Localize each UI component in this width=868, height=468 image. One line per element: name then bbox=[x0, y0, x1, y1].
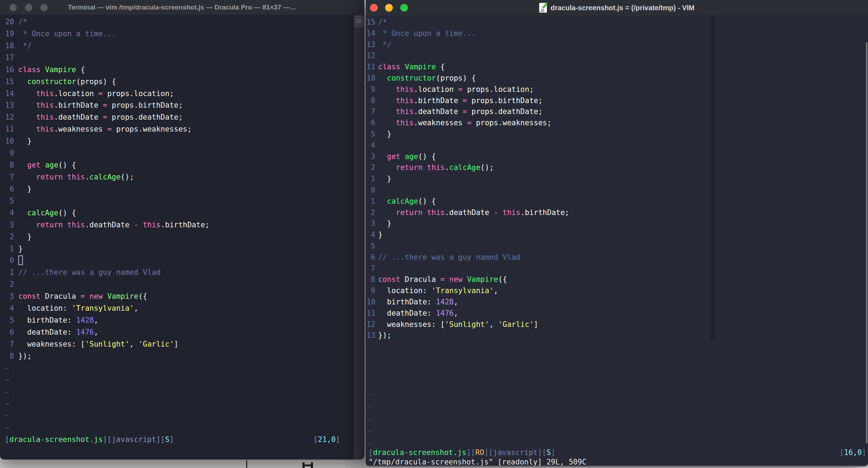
code-segment: = bbox=[103, 101, 107, 109]
code-segment: .weaknesses bbox=[414, 119, 467, 127]
code-line: 9 location: 'Transylvania', bbox=[366, 285, 868, 297]
zoom-button-inactive-icon[interactable] bbox=[40, 4, 48, 11]
code-segment bbox=[498, 208, 503, 217]
code-segment bbox=[103, 292, 107, 301]
code-segment: }); bbox=[378, 331, 391, 340]
code-segment: , bbox=[94, 328, 98, 336]
code-segment bbox=[18, 89, 36, 98]
code-segment: // ...there was a guy named Vlad bbox=[18, 268, 161, 277]
code-segment: .birthDate; bbox=[161, 221, 210, 229]
code-line: 3 } bbox=[366, 218, 868, 229]
line-number: 8 bbox=[5, 159, 14, 171]
code-segment: - bbox=[134, 221, 139, 229]
editor-buffer[interactable]: 20/*19 * Once upon a time...18 */1716cla… bbox=[0, 15, 354, 362]
code-segment: (props) { bbox=[76, 77, 116, 86]
minimize-button-inactive-icon[interactable] bbox=[25, 4, 32, 11]
code-segment: this bbox=[36, 89, 54, 98]
code-segment: .location bbox=[54, 89, 98, 98]
code-segment: Dracula bbox=[40, 292, 81, 301]
code-segment: new bbox=[89, 292, 103, 301]
code-segment: } bbox=[18, 185, 32, 193]
code-segment: deathDate: bbox=[378, 309, 436, 317]
line-number: 11 bbox=[366, 308, 375, 319]
terminal-titlebar[interactable]: Terminal — vim /tmp/dracula-screenshot.j… bbox=[0, 0, 364, 15]
close-button-dot-icon bbox=[15, 6, 18, 9]
code-segment: this bbox=[36, 125, 54, 133]
code-segment: location: bbox=[378, 286, 432, 295]
code-segment: */ bbox=[18, 42, 32, 50]
code-line: 19 * Once upon a time... bbox=[0, 28, 354, 40]
code-line: 10 birthDate: 1428, bbox=[366, 297, 868, 308]
macvim-titlebar[interactable]: JS dracula-screenshot.js = (/private/tmp… bbox=[366, 0, 868, 16]
code-segment: [ bbox=[840, 448, 844, 457]
line-number: 17 bbox=[5, 52, 14, 64]
editor-buffer[interactable]: 15/*14 * Once upon a time...13 */1211cla… bbox=[366, 15, 868, 341]
code-segment: } bbox=[378, 219, 391, 228]
statusline-ruler: [21,0] bbox=[313, 434, 340, 446]
scrollbar-thumb[interactable] bbox=[866, 42, 868, 443]
code-segment: /* bbox=[18, 18, 27, 26]
line-number: 2 bbox=[5, 231, 14, 243]
code-line: 11 this.weaknesses = props.weaknesses; bbox=[0, 124, 354, 135]
code-segment: 1476 bbox=[76, 328, 94, 336]
code-segment: this bbox=[396, 119, 414, 127]
line-number: 6 bbox=[5, 183, 14, 195]
zoom-button-icon[interactable] bbox=[400, 4, 408, 12]
code-segment: calcAge bbox=[27, 209, 58, 217]
terminal-window-title: Terminal — vim /tmp/dracula-screenshot.j… bbox=[68, 4, 296, 11]
split-pane-button[interactable] bbox=[355, 16, 364, 27]
code-segment bbox=[63, 221, 67, 229]
code-line: 8}); bbox=[0, 350, 354, 362]
code-segment: .deathDate bbox=[445, 208, 494, 217]
background-window-content bbox=[302, 462, 314, 468]
code-line: 4 bbox=[366, 140, 868, 151]
pencil-icon bbox=[542, 2, 548, 9]
code-segment: } bbox=[378, 230, 383, 239]
code-segment: , bbox=[454, 298, 458, 306]
code-segment: 'Garlic' bbox=[138, 340, 174, 348]
line-number: 7 bbox=[5, 171, 14, 183]
code-segment: 21,0 bbox=[318, 435, 336, 444]
code-line: 14 this.location = props.location; bbox=[0, 88, 354, 100]
code-segment: ({ bbox=[138, 292, 147, 301]
code-segment: this bbox=[396, 85, 414, 94]
code-line: 6 this.weaknesses = props.weaknesses; bbox=[366, 118, 868, 129]
code-line: 10 constructor(props) { bbox=[366, 73, 868, 84]
code-segment: = bbox=[462, 107, 467, 116]
code-segment bbox=[18, 173, 36, 181]
line-number: 14 bbox=[5, 88, 14, 100]
code-segment: Vampire bbox=[405, 63, 436, 71]
line-number: 8 bbox=[366, 95, 375, 107]
code-segment: () { bbox=[418, 197, 436, 205]
code-segment: weaknesses: [ bbox=[18, 340, 85, 348]
line-number: 1 bbox=[5, 243, 14, 255]
line-number: 10 bbox=[366, 297, 375, 308]
code-segment: class bbox=[378, 63, 400, 71]
line-number: 7 bbox=[366, 106, 375, 118]
terminal-scrollbar[interactable] bbox=[354, 15, 364, 460]
vim-pane-right: 15/*14 * Once upon a time...13 */1211cla… bbox=[366, 15, 868, 341]
code-segment: /* bbox=[378, 18, 387, 26]
code-segment: props.birthDate; bbox=[107, 101, 183, 109]
line-number: 2 bbox=[366, 162, 375, 173]
code-segment: .deathDate bbox=[85, 221, 134, 229]
code-segment: .location bbox=[414, 85, 458, 94]
minimize-button-icon[interactable] bbox=[385, 4, 393, 12]
js-file-icon-label: JS bbox=[540, 9, 544, 13]
code-segment: S bbox=[165, 435, 170, 444]
close-button-icon[interactable] bbox=[370, 4, 378, 12]
statusline-file-info: [dracula-screenshot.js][RO][javascript][… bbox=[369, 448, 555, 457]
code-line: 5 } bbox=[366, 129, 868, 140]
code-line: 15/* bbox=[366, 17, 868, 28]
code-line: 8 get age() { bbox=[0, 159, 354, 171]
code-segment: return bbox=[396, 208, 423, 217]
line-number: 9 bbox=[5, 147, 14, 159]
code-segment: RO bbox=[475, 448, 484, 457]
code-segment: . bbox=[85, 173, 90, 181]
code-segment bbox=[378, 152, 387, 161]
code-segment bbox=[18, 77, 27, 86]
vim-cursor bbox=[18, 255, 23, 265]
code-segment: * Once upon a time... bbox=[378, 29, 476, 38]
code-line: 18 */ bbox=[0, 40, 354, 52]
macvim-window-title: dracula-screenshot.js = (/private/tmp) -… bbox=[550, 4, 695, 12]
